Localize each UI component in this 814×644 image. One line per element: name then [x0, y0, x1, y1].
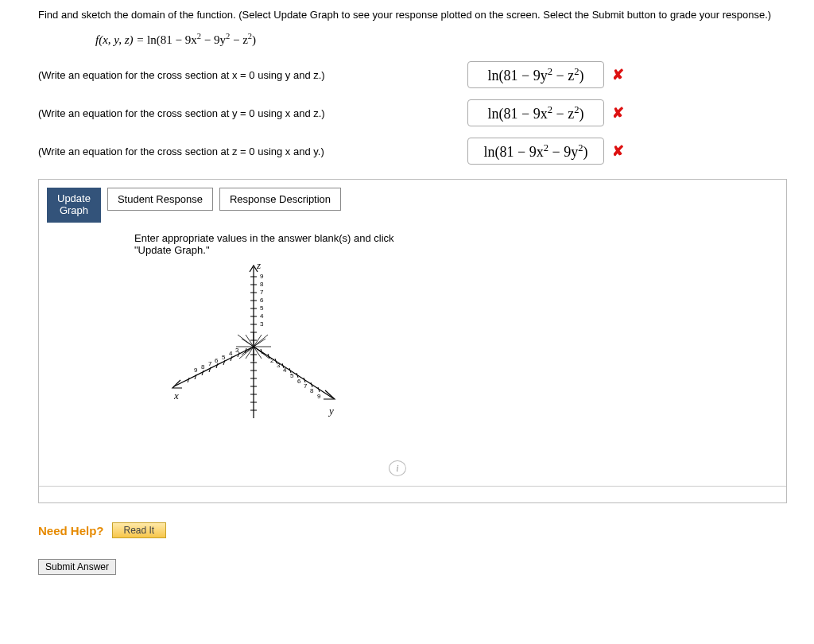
svg-text:x: x	[173, 390, 179, 402]
prompt-y: (Write an equation for the cross section…	[38, 107, 467, 119]
need-help-row: Need Help? Read It	[38, 522, 798, 538]
prompt-z: (Write an equation for the cross section…	[38, 145, 467, 157]
graph-instructions: Enter appropriate values in the answer b…	[134, 232, 405, 256]
prompt-x: (Write an equation for the cross section…	[38, 69, 467, 81]
svg-text:3: 3	[235, 347, 239, 354]
submit-answer-button[interactable]: Submit Answer	[38, 559, 116, 575]
cross-section-row-x: (Write an equation for the cross section…	[38, 61, 798, 88]
tab-student-response[interactable]: Student Response	[107, 188, 213, 211]
svg-line-1	[174, 347, 254, 386]
svg-text:4: 4	[260, 312, 264, 320]
graph-panel: Update Graph Student Response Response D…	[38, 179, 787, 503]
svg-text:6: 6	[297, 378, 301, 385]
grade-mark-x: ✘	[612, 66, 624, 83]
tab-strip: Update Graph Student Response Response D…	[39, 180, 786, 223]
tab-response-description[interactable]: Response Description	[219, 188, 341, 211]
svg-text:7: 7	[260, 289, 264, 296]
svg-text:7: 7	[208, 360, 212, 367]
tab-update-graph[interactable]: Update Graph	[47, 188, 101, 223]
info-icon[interactable]: i	[389, 460, 406, 476]
answer-box-z[interactable]: ln(81 − 9x2 − 9y2)	[467, 138, 604, 165]
answer-box-x[interactable]: ln(81 − 9y2 − z2)	[467, 61, 604, 88]
svg-text:7: 7	[304, 382, 308, 390]
svg-text:2: 2	[270, 357, 274, 364]
svg-text:6: 6	[215, 357, 219, 364]
read-it-button[interactable]: Read It	[112, 522, 167, 538]
function-definition: f(x, y, z) = ln(81 − 9x2 − 9y2 − z2)	[95, 32, 798, 47]
tab-update-line1: Update	[57, 192, 91, 204]
svg-text:9: 9	[317, 393, 321, 400]
svg-text:8: 8	[201, 363, 205, 370]
grade-mark-y: ✘	[612, 104, 624, 122]
svg-text:4: 4	[229, 350, 233, 357]
svg-text:8: 8	[260, 281, 264, 288]
need-help-label: Need Help?	[38, 524, 104, 537]
svg-text:3: 3	[277, 362, 281, 369]
svg-text:y: y	[328, 405, 334, 417]
svg-text:6: 6	[260, 297, 264, 304]
fn-prefix: f(x, y, z) =	[95, 33, 147, 46]
svg-text:8: 8	[310, 387, 314, 394]
cross-section-row-y: (Write an equation for the cross section…	[38, 99, 798, 126]
cross-section-row-z: (Write an equation for the cross section…	[38, 138, 798, 165]
panel-divider	[39, 486, 786, 487]
svg-text:3: 3	[260, 320, 264, 328]
svg-text:5: 5	[290, 372, 294, 379]
question-text: Find and sketch the domain of the functi…	[38, 8, 798, 22]
svg-text:4: 4	[283, 367, 287, 374]
svg-text:z: z	[256, 259, 261, 271]
graph-axes: 9 8 7 6 5 4 3	[150, 259, 786, 444]
svg-text:5: 5	[222, 354, 226, 361]
svg-text:9: 9	[194, 367, 198, 374]
fn-body: ln(81 − 9x2 − 9y2 − z2)	[147, 33, 256, 46]
svg-text:5: 5	[260, 305, 264, 312]
answer-box-y[interactable]: ln(81 − 9x2 − z2)	[467, 99, 604, 126]
grade-mark-z: ✘	[612, 142, 624, 160]
tab-update-line2: Graph	[60, 204, 88, 216]
svg-text:9: 9	[260, 273, 264, 280]
